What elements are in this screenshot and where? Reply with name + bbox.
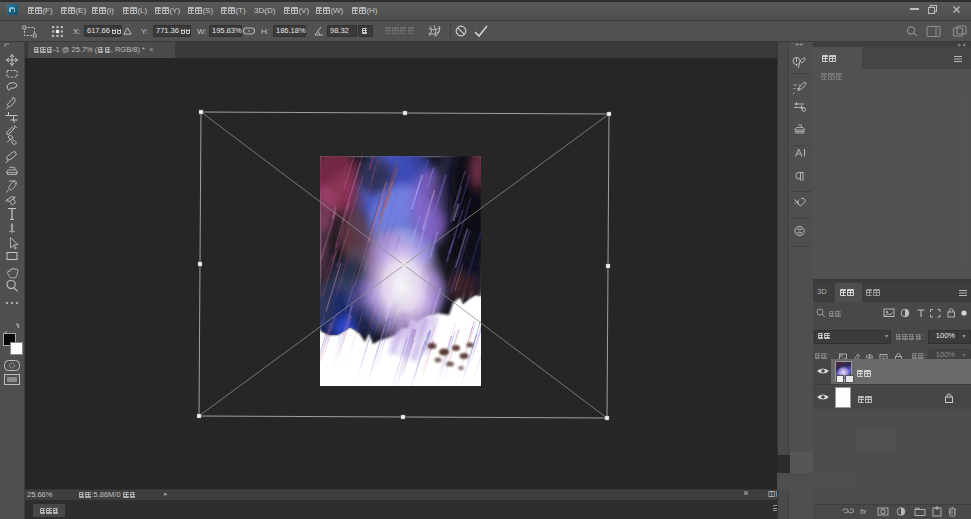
svg-text:fx: fx	[860, 507, 867, 516]
